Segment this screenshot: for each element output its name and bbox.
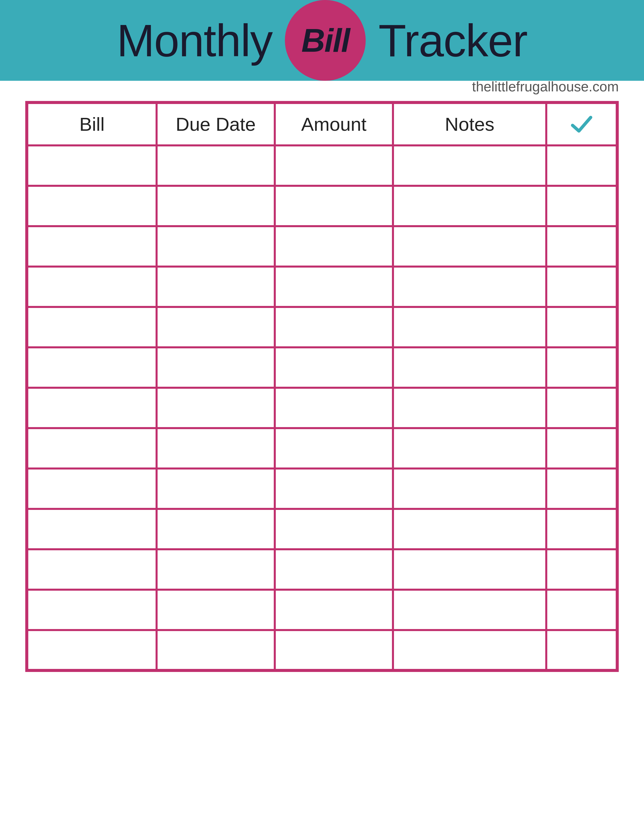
table-row — [27, 347, 617, 388]
table-cell[interactable] — [156, 388, 275, 428]
table-cell[interactable] — [156, 509, 275, 549]
table-cell[interactable] — [156, 145, 275, 186]
col-header-bill: Bill — [27, 103, 156, 145]
table-cell[interactable] — [27, 630, 156, 671]
col-header-amount: Amount — [275, 103, 393, 145]
table-cell[interactable] — [393, 590, 546, 630]
title-monthly: Monthly — [117, 14, 272, 67]
table-row — [27, 145, 617, 186]
table-cell[interactable] — [393, 267, 546, 307]
table-cell[interactable] — [275, 549, 393, 590]
teal-banner: Monthly Bill Tracker — [0, 0, 644, 81]
table-cell[interactable] — [27, 145, 156, 186]
bill-circle-text: Bill — [301, 21, 349, 60]
table-cell[interactable] — [156, 468, 275, 509]
table-cell[interactable] — [546, 509, 617, 549]
table-cell[interactable] — [275, 428, 393, 468]
table-cell[interactable] — [156, 226, 275, 267]
table-row — [27, 549, 617, 590]
table-cell[interactable] — [275, 347, 393, 388]
table-cell[interactable] — [546, 428, 617, 468]
table-cell[interactable] — [393, 388, 546, 428]
table-row — [27, 226, 617, 267]
table-cell[interactable] — [275, 509, 393, 549]
table-cell[interactable] — [27, 509, 156, 549]
table-cell[interactable] — [27, 468, 156, 509]
table-row — [27, 388, 617, 428]
table-cell[interactable] — [393, 509, 546, 549]
table-cell[interactable] — [546, 590, 617, 630]
table-cell[interactable] — [393, 347, 546, 388]
table-cell[interactable] — [393, 226, 546, 267]
table-cell[interactable] — [275, 468, 393, 509]
table-section: Bill Due Date Amount Notes — [25, 101, 619, 833]
header-title: Monthly Bill Tracker — [117, 0, 527, 81]
table-cell[interactable] — [27, 428, 156, 468]
table-cell[interactable] — [275, 226, 393, 267]
table-cell[interactable] — [393, 186, 546, 226]
table-cell[interactable] — [393, 468, 546, 509]
table-cell[interactable] — [156, 347, 275, 388]
table-cell[interactable] — [156, 186, 275, 226]
table-cell[interactable] — [275, 145, 393, 186]
table-cell[interactable] — [275, 186, 393, 226]
table-header-row: Bill Due Date Amount Notes — [27, 103, 617, 145]
table-cell[interactable] — [27, 347, 156, 388]
table-cell[interactable] — [156, 630, 275, 671]
table-cell[interactable] — [156, 307, 275, 347]
table-cell[interactable] — [393, 428, 546, 468]
table-row — [27, 186, 617, 226]
table-row — [27, 630, 617, 671]
table-row — [27, 267, 617, 307]
table-cell[interactable] — [27, 267, 156, 307]
title-tracker: Tracker — [378, 14, 527, 67]
checkmark-icon — [552, 113, 611, 135]
tracker-table: Bill Due Date Amount Notes — [25, 101, 619, 672]
table-cell[interactable] — [275, 388, 393, 428]
table-cell[interactable] — [393, 630, 546, 671]
table-cell[interactable] — [546, 145, 617, 186]
table-cell[interactable] — [27, 549, 156, 590]
table-cell[interactable] — [156, 549, 275, 590]
table-row — [27, 590, 617, 630]
col-header-check — [546, 103, 617, 145]
table-cell[interactable] — [27, 590, 156, 630]
table-cell[interactable] — [156, 428, 275, 468]
table-cell[interactable] — [27, 307, 156, 347]
table-cell[interactable] — [393, 307, 546, 347]
table-cell[interactable] — [393, 145, 546, 186]
website-text: thelittlefrugalhouse.com — [472, 79, 619, 95]
table-cell[interactable] — [546, 468, 617, 509]
header-section: Monthly Bill Tracker thelittlefrugalhous… — [0, 0, 644, 81]
table-row — [27, 428, 617, 468]
table-cell[interactable] — [546, 186, 617, 226]
table-cell[interactable] — [27, 226, 156, 267]
table-cell[interactable] — [275, 307, 393, 347]
table-cell[interactable] — [546, 549, 617, 590]
col-header-notes: Notes — [393, 103, 546, 145]
table-cell[interactable] — [156, 590, 275, 630]
table-cell[interactable] — [546, 267, 617, 307]
table-cell[interactable] — [27, 388, 156, 428]
table-cell[interactable] — [275, 590, 393, 630]
table-cell[interactable] — [546, 388, 617, 428]
table-row — [27, 307, 617, 347]
table-cell[interactable] — [546, 226, 617, 267]
table-cell[interactable] — [546, 347, 617, 388]
table-row — [27, 509, 617, 549]
table-cell[interactable] — [393, 549, 546, 590]
bill-circle: Bill — [285, 0, 366, 81]
table-cell[interactable] — [156, 267, 275, 307]
table-cell[interactable] — [546, 307, 617, 347]
table-cell[interactable] — [275, 267, 393, 307]
table-body — [27, 145, 617, 671]
table-cell[interactable] — [546, 630, 617, 671]
table-cell[interactable] — [27, 186, 156, 226]
col-header-due-date: Due Date — [156, 103, 275, 145]
table-cell[interactable] — [275, 630, 393, 671]
page: Monthly Bill Tracker thelittlefrugalhous… — [0, 0, 644, 833]
table-row — [27, 468, 617, 509]
